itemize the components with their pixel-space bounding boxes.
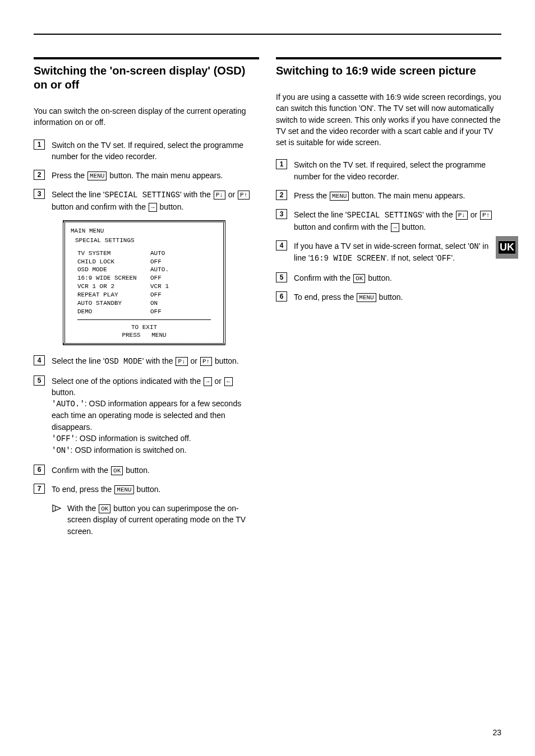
uk-label: UK [499, 242, 515, 253]
mono-text: 'ON' [52, 446, 71, 455]
svg-point-0 [55, 507, 56, 508]
uk-region-tab: UK [496, 236, 518, 258]
step-body: Select one of the options indicated with… [52, 375, 259, 457]
step-5: 5 Confirm with the OK button. [276, 272, 501, 284]
text: : OSD information is switched on. [71, 446, 187, 454]
osd-value: AUTO [150, 249, 165, 258]
text: button and confirm with the [52, 202, 148, 211]
text: button. The main menu appears. [349, 191, 465, 200]
osd-value: OFF [150, 274, 162, 282]
left-icon: ← [224, 377, 233, 386]
text: button. [158, 202, 184, 211]
right-column: Switching to 16:9 wide screen picture If… [276, 57, 501, 537]
text: button and confirm with the [294, 222, 390, 231]
osd-line: DEMOOFF [77, 308, 218, 316]
info-triangle-icon [52, 504, 62, 513]
step-number: 1 [34, 140, 45, 150]
step-number: 4 [276, 240, 287, 251]
two-column-layout: Switching the 'on-screen display' (OSD) … [34, 57, 501, 537]
mono-text: 16:9 WIDE SCREEN [310, 254, 385, 263]
text: If you have a TV set in wide-screen form… [294, 242, 469, 251]
ok-button-icon: OK [111, 466, 123, 475]
text: or [213, 377, 224, 386]
osd-inner: MAIN MENU SPECIAL SETTINGS TV SYSTEMAUTO… [64, 222, 224, 344]
text: button. [123, 466, 150, 475]
section-rule [34, 57, 259, 59]
p-up-icon: P↑ [480, 211, 492, 220]
step-2: 2 Press the MENU button. The main menu a… [34, 170, 259, 181]
step-body: Confirm with the OK button. [294, 272, 501, 284]
text: button. [377, 293, 403, 302]
intro-text: You can switch the on-screen display of … [34, 105, 259, 128]
text: : OSD information is switched off. [75, 434, 191, 443]
text: or [226, 190, 237, 199]
step-number: 1 [276, 159, 287, 169]
osd-line: AUTO STANDBYON [77, 299, 218, 308]
step-body: To end, press the MENU button. [52, 484, 259, 495]
step-number: 6 [276, 291, 287, 302]
text: Select the line ' [52, 356, 105, 365]
step-number: 5 [276, 272, 287, 282]
section-title-osd: Switching the 'on-screen display' (OSD) … [34, 64, 259, 92]
osd-label: CHILD LOCK [77, 258, 150, 266]
text: To end, press the [52, 485, 114, 494]
text: Select the line ' [52, 190, 105, 199]
osd-footer-line: TO EXIT [71, 323, 218, 332]
text: Press the [52, 171, 87, 180]
step-4: 4 Select the line 'OSD MODE' with the P↓… [34, 355, 259, 367]
text: '. [451, 253, 455, 262]
step-body: To end, press the MENU button. [294, 291, 501, 303]
svg-rect-1 [55, 508, 56, 511]
step-1: 1 Switch on the TV set. If required, sel… [276, 159, 501, 182]
text: Confirm with the [52, 466, 110, 475]
osd-value: OFF [150, 308, 162, 316]
step-5: 5 Select one of the options indicated wi… [34, 375, 259, 457]
step-body: Switch on the TV set. If required, selec… [52, 140, 259, 163]
osd-label: DEMO [77, 308, 150, 316]
step-4: 4 If you have a TV set in wide-screen fo… [276, 240, 501, 265]
p-down-icon: P↓ [214, 191, 225, 200]
osd-value: VCR 1 [150, 282, 169, 291]
text: ' with the [180, 190, 213, 199]
step-body: If you have a TV set in wide-screen form… [294, 240, 501, 265]
ok-button-icon: OK [99, 504, 110, 513]
text: ' with the [422, 210, 455, 219]
osd-value: AUTO. [150, 266, 169, 274]
mono-text: OSD MODE [105, 357, 142, 366]
left-column: Switching the 'on-screen display' (OSD) … [34, 57, 259, 537]
step-number: 2 [34, 170, 45, 180]
osd-label: REPEAT PLAY [77, 291, 150, 299]
osd-value: ON [150, 299, 158, 308]
section-title-widescreen: Switching to 16:9 wide screen picture [276, 64, 501, 78]
osd-line: REPEAT PLAYOFF [77, 291, 218, 299]
text: ' with the [142, 356, 176, 365]
right-icon: → [204, 377, 212, 386]
text: PRESS [122, 332, 140, 338]
step-body: Select the line 'SPECIAL SETTINGS' with … [294, 209, 501, 233]
osd-title: MAIN MENU [71, 227, 218, 235]
text: button. [135, 485, 161, 494]
text: button. The main menu appears. [107, 171, 223, 180]
step-7: 7 To end, press the MENU button. [34, 484, 259, 495]
osd-line: VCR 1 OR 2VCR 1 [77, 282, 218, 291]
osd-footer-line: PRESS MENU [71, 331, 218, 340]
osd-value: OFF [150, 291, 162, 299]
text: With the [67, 504, 98, 513]
osd-label: VCR 1 OR 2 [77, 282, 150, 291]
ok-button-icon: OK [353, 274, 365, 283]
text: Select the line ' [294, 210, 347, 219]
osd-line: OSD MODEAUTO. [77, 266, 218, 274]
text: button. [366, 273, 392, 282]
text: Select one of the options indicated with… [52, 377, 203, 386]
mono-text: 'OFF' [52, 434, 75, 443]
intro-text: If you are using a cassette with 16:9 wi… [276, 91, 501, 148]
step-body: Select the line 'OSD MODE' with the P↓ o… [52, 355, 259, 367]
step-body: Switch on the TV set. If required, selec… [294, 159, 501, 182]
step-body: Confirm with the OK button. [52, 465, 259, 476]
menu-button-icon: MENU [114, 485, 133, 494]
step-number: 6 [34, 465, 45, 475]
menu-button-icon: MENU [330, 192, 349, 201]
step-body: Select the line 'SPECIAL SETTINGS' with … [52, 189, 259, 212]
text: button. [213, 356, 239, 365]
text: button. [52, 388, 76, 397]
